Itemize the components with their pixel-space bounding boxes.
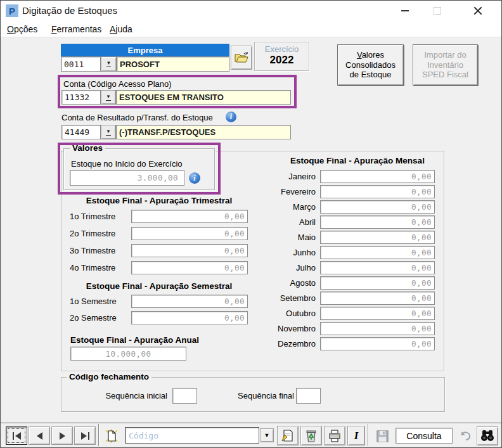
month-label: Janeiro xyxy=(253,172,316,181)
print-button[interactable] xyxy=(324,426,345,445)
menu-ferramentas-rest: erramentas xyxy=(57,24,102,34)
semestre-input[interactable] xyxy=(131,295,248,308)
accel: V xyxy=(357,50,362,60)
menu-item-ferramentas[interactable]: Ferramentas xyxy=(51,24,101,34)
empresa-code-input[interactable] xyxy=(61,56,101,72)
month-label: Outubro xyxy=(253,309,316,318)
rest: alores xyxy=(362,50,384,60)
trimestre-label: 4o Trimestre xyxy=(70,263,115,272)
info-icon[interactable]: i xyxy=(226,112,236,122)
dropdown-arrow-icon: ▼ xyxy=(106,94,111,101)
menu-item-ajuda[interactable]: Ajuda xyxy=(110,24,132,34)
estoque-inicio-label: Estoque no Início do Exercício xyxy=(71,159,183,169)
conta-resultado-dropdown-button[interactable]: ▼ xyxy=(101,125,116,139)
month-input[interactable] xyxy=(320,200,435,214)
close-button[interactable] xyxy=(463,1,492,21)
nav-next-button[interactable] xyxy=(51,426,73,445)
btn-line: SPED Fiscal xyxy=(422,70,468,80)
btn-line: Valores xyxy=(357,50,384,60)
conta-code-input[interactable] xyxy=(61,90,101,105)
empresa-name-input[interactable] xyxy=(117,56,229,72)
info-icon[interactable]: i xyxy=(189,172,200,184)
semestre-input[interactable] xyxy=(131,311,248,324)
exercicio-value: 2022 xyxy=(255,54,309,67)
btn-line: de Estoque xyxy=(350,70,392,80)
conta-resultado-code-input[interactable] xyxy=(61,125,101,139)
italic-button[interactable]: I xyxy=(347,426,365,445)
trimestre-input[interactable] xyxy=(131,227,248,240)
menu-ferramentas-accel: F xyxy=(51,24,57,34)
app-window: P Digitação de Estoques Opções Ferrament… xyxy=(0,0,502,448)
anual-input[interactable] xyxy=(70,347,186,361)
mensal-title: Estoque Final - Apuração Mensal xyxy=(274,156,441,165)
semestre-label: 1o Semestre xyxy=(70,297,117,306)
month-input[interactable] xyxy=(320,170,435,183)
month-input[interactable] xyxy=(320,276,435,290)
search-button[interactable] xyxy=(477,426,498,445)
trimestre-input[interactable] xyxy=(131,244,248,257)
trimestre-label: 2o Trimestre xyxy=(70,229,115,238)
trimestre-label: 1o Trimestre xyxy=(70,212,115,221)
conta-dropdown-button[interactable]: ▼ xyxy=(101,90,116,105)
valores-consolidados-button[interactable]: Valores Consolidados de Estoque xyxy=(337,44,404,86)
trash-recycle-icon xyxy=(304,428,319,444)
month-input[interactable] xyxy=(320,322,435,335)
previous-record-icon xyxy=(37,432,42,440)
month-label: Dezembro xyxy=(253,339,316,349)
trimestre-input[interactable] xyxy=(131,210,248,223)
edit-record-button[interactable] xyxy=(277,426,299,445)
dropdown-arrow-icon: ▼ xyxy=(106,61,112,67)
month-input[interactable] xyxy=(320,231,435,244)
toolbar-separator xyxy=(368,424,369,446)
status-mode-box: Consulta xyxy=(396,428,453,444)
month-input[interactable] xyxy=(320,185,435,198)
seq-final-input[interactable] xyxy=(296,388,321,404)
seq-inicial-input[interactable] xyxy=(172,388,197,404)
nav-first-button[interactable] xyxy=(6,426,27,445)
month-input[interactable] xyxy=(320,291,435,305)
month-input[interactable] xyxy=(320,337,435,350)
semestral-title: Estoque Final - Apuração Semestral xyxy=(67,281,251,291)
app-logo-icon: P xyxy=(6,4,18,17)
menu-ajuda-rest: juda xyxy=(115,24,132,34)
nav-last-button[interactable] xyxy=(74,426,96,445)
conta-desc-input[interactable] xyxy=(116,90,291,105)
toolbar-separator xyxy=(98,424,100,446)
new-document-icon xyxy=(103,428,120,444)
month-label: Junho xyxy=(253,248,316,257)
estoque-inicio-input[interactable] xyxy=(70,170,184,186)
empresa-header: Empresa xyxy=(61,44,229,56)
edit-document-icon xyxy=(280,428,295,444)
window-title: Digitação de Estoques xyxy=(22,5,117,16)
month-input[interactable] xyxy=(320,215,435,229)
delete-record-button[interactable] xyxy=(300,426,322,445)
trimestre-label: 3o Trimestre xyxy=(70,246,115,255)
menu-opcoes-accel: O xyxy=(7,24,14,34)
month-input[interactable] xyxy=(320,261,435,274)
empresa-dropdown-button[interactable]: ▼ xyxy=(101,56,117,72)
minimize-button[interactable] xyxy=(390,1,420,21)
nav-previous-button[interactable] xyxy=(29,426,50,445)
conta-resultado-desc-input[interactable] xyxy=(116,125,291,139)
trimestral-title: Estoque Final - Apuração Trimestral xyxy=(67,196,251,205)
trimestre-input[interactable] xyxy=(131,261,248,274)
importar-sped-button: Importar do Inventário SPED Fiscal xyxy=(413,44,478,86)
conta-label: Conta (Código Acesso Plano) xyxy=(63,79,172,89)
exercicio-panel: Exercício 2022 xyxy=(254,42,309,71)
minimize-icon xyxy=(401,10,409,11)
combo-dropdown-button[interactable]: ▼ xyxy=(260,428,274,442)
last-record-icon xyxy=(81,432,89,440)
menu-item-opcoes[interactable]: Opções xyxy=(7,24,37,34)
month-input[interactable] xyxy=(320,246,435,259)
record-search-combo[interactable] xyxy=(125,427,259,444)
conta-resultado-label: Conta de Resultado p/Transf. do Estoque xyxy=(61,113,213,122)
month-label: Agosto xyxy=(253,278,316,288)
undo-icon xyxy=(458,430,472,442)
record-search-input[interactable] xyxy=(126,431,259,440)
btn-line: Inventário xyxy=(427,60,463,70)
new-record-button[interactable] xyxy=(100,426,123,445)
open-company-button[interactable] xyxy=(231,46,252,70)
month-input[interactable] xyxy=(320,307,435,320)
save-button xyxy=(371,426,393,445)
valores-legend: Valores xyxy=(70,143,105,153)
